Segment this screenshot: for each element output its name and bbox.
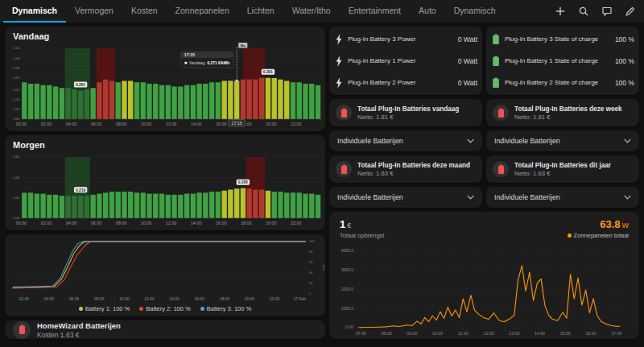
entity-row-battery1-power[interactable]: Plug-In Battery 1 Power 0 Watt (334, 50, 477, 72)
entity-value: 0 Watt (458, 35, 477, 43)
stat-subtitle: Netto: 1.63 € (514, 170, 611, 177)
svg-text:17:00: 17:00 (611, 331, 621, 336)
dropdown-label: Individuele Batterijen (494, 193, 560, 201)
legend-label: Battery 2: 100 % (146, 305, 190, 312)
chevron-down-icon (624, 138, 631, 143)
individuele-batterijen-dropdown-2[interactable]: Individuele Batterijen (486, 130, 639, 151)
stat-title: Totaal Plug-In Batteries vandaag (357, 105, 459, 113)
battery-red-icon (493, 161, 509, 177)
dropdown-label: Individuele Batterijen (337, 193, 403, 201)
legend-item[interactable]: Battery 3: 100 % (200, 305, 251, 312)
flash-icon (334, 34, 344, 45)
solar-legend[interactable]: Zonnepanelen totaal (568, 232, 629, 239)
svg-text:04:00: 04:00 (44, 298, 55, 302)
left-column: Vandaag 0.500.430.360.290.210.140.070.00… (5, 27, 325, 339)
svg-text:20:00: 20:00 (266, 122, 276, 127)
chart-legend: Battery 1: 100 %Battery 2: 100 %Battery … (5, 303, 325, 314)
svg-text:14:00: 14:00 (169, 298, 180, 302)
edit-icon[interactable] (625, 6, 636, 17)
tab-dynamisch-2[interactable]: Dynamisch (445, 0, 505, 23)
svg-text:06:00: 06:00 (91, 221, 101, 226)
legend-dot (139, 307, 143, 311)
tab-dynamisch[interactable]: Dynamisch (3, 0, 66, 23)
stat-title: Totaal Plug-In Batteries deze maand (357, 162, 470, 169)
svg-text:0.271 €/kWh: 0.271 €/kWh (207, 61, 229, 65)
svg-text:06:00: 06:00 (91, 122, 101, 127)
entity-name: Plug-In Battery 3 State of charge (505, 35, 611, 43)
entity-name: Plug-In Battery 3 Power (348, 35, 454, 43)
homewizard-subtitle: Kosten 1.63 € (37, 331, 121, 339)
svg-text:13:00: 13:00 (509, 331, 519, 336)
svg-text:22:00: 22:00 (270, 298, 280, 302)
tab-vermogen[interactable]: Vermogen (66, 0, 122, 23)
entity-row-battery3-soc[interactable]: Plug-In Battery 3 State of charge 100 % (491, 28, 634, 50)
entity-row-battery2-power[interactable]: Plug-In Battery 2 Power 0 Watt (334, 72, 477, 93)
stat-card-dit-jaar[interactable]: Totaal Plug-In Batteries dit jaar Netto:… (486, 155, 639, 183)
svg-text:15:00: 15:00 (560, 331, 571, 336)
individuele-batterijen-dropdown-3[interactable]: Individuele Batterijen (329, 187, 482, 208)
individuele-batterijen-dropdown-4[interactable]: Individuele Batterijen (486, 187, 639, 208)
svg-text:08:00: 08:00 (94, 298, 105, 302)
chevron-down-icon (467, 138, 474, 143)
dropdown-label: Individuele Batterijen (337, 137, 403, 145)
legend-dot (568, 233, 572, 238)
battery-soc-list-card: Plug-In Battery 3 State of charge 100 % … (486, 27, 639, 95)
svg-text:09:00: 09:00 (407, 331, 417, 336)
homewizard-card[interactable]: HomeWizard Batterijen Kosten 1.63 € (5, 320, 325, 339)
stat-card-deze-week[interactable]: Totaal Plug-In Batteries deze week Netto… (486, 99, 639, 126)
svg-text:2000.0: 2000.0 (341, 287, 354, 291)
add-icon[interactable] (555, 6, 566, 17)
battery-red-icon (336, 161, 352, 177)
svg-text:16:00: 16:00 (195, 298, 205, 302)
svg-text:00:00: 00:00 (16, 221, 27, 226)
entity-value: 0 Watt (458, 57, 477, 65)
svg-text:0.219: 0.219 (76, 188, 86, 192)
legend-item[interactable]: Battery 1: 100 % (79, 305, 130, 312)
svg-text:0: 0 (309, 292, 311, 295)
tab-entertainment[interactable]: Entertainment (340, 0, 410, 23)
flash-icon (334, 77, 344, 89)
right-column: Plug-In Battery 3 Power 0 Watt Plug-In B… (329, 27, 639, 339)
svg-text:16:00: 16:00 (216, 122, 226, 127)
tab-zonnepanelen[interactable]: Zonnepanelen (167, 0, 238, 23)
entity-name: Plug-In Battery 2 Power (348, 79, 454, 86)
legend-label: Battery 3: 100 % (207, 305, 251, 312)
entity-row-battery1-soc[interactable]: Plug-In Battery 1 State of charge 100 % (491, 50, 634, 72)
svg-text:06:00: 06:00 (69, 298, 80, 302)
battery-power-card: Plug-In Battery 3 Power 0 Watt Plug-In B… (329, 27, 482, 95)
svg-text:02:00: 02:00 (41, 122, 52, 127)
svg-text:12:00: 12:00 (144, 298, 155, 302)
svg-text:80: 80 (309, 250, 312, 254)
entity-row-battery3-power[interactable]: Plug-In Battery 3 Power 0 Watt (334, 28, 477, 50)
svg-text:20:00: 20:00 (266, 221, 276, 226)
svg-text:0.07: 0.07 (13, 107, 20, 111)
tab-kosten[interactable]: Kosten (122, 0, 167, 23)
assist-icon[interactable] (601, 6, 613, 17)
svg-text:0.21: 0.21 (13, 88, 20, 92)
svg-text:0.14: 0.14 (13, 97, 20, 101)
svg-text:00:00: 00:00 (16, 122, 27, 127)
svg-text:12:00: 12:00 (166, 122, 176, 127)
stat-card-deze-maand[interactable]: Totaal Plug-In Batteries deze maand Nett… (329, 155, 482, 183)
legend-dot (200, 307, 204, 311)
morgen-price-chart: 0.600.400.200.0000:0002:0004:0006:0008:0… (5, 150, 325, 227)
entity-name: Plug-In Battery 1 State of charge (505, 57, 611, 64)
flash-icon (334, 56, 344, 67)
svg-text:60: 60 (309, 261, 312, 264)
battery-soc-chart: 10080604020002:0004:0006:0008:0010:0012:… (5, 237, 325, 303)
entity-row-battery2-soc[interactable]: Plug-In Battery 2 State of charge 100 % (491, 72, 634, 93)
tab-lichten[interactable]: Lichten (238, 0, 283, 23)
legend-item[interactable]: Battery 2: 100 % (139, 305, 190, 312)
stat-card-vandaag[interactable]: Totaal Plug-In Batteries vandaag Netto: … (329, 99, 482, 126)
search-icon[interactable] (578, 6, 589, 17)
svg-text:02:00: 02:00 (19, 298, 30, 302)
individuele-batterijen-dropdown-1[interactable]: Individuele Batterijen (329, 130, 482, 151)
svg-text:0.00: 0.00 (13, 118, 20, 122)
svg-text:0.60: 0.60 (13, 155, 20, 159)
tab-water-itho[interactable]: Water/Itho (283, 0, 340, 23)
battery-green-icon (491, 77, 501, 89)
chevron-down-icon (467, 195, 474, 200)
tab-auto[interactable]: Auto (410, 0, 445, 23)
entity-value: 0 Watt (458, 79, 477, 87)
dashboard: Vandaag 0.500.430.360.290.210.140.070.00… (0, 23, 644, 343)
